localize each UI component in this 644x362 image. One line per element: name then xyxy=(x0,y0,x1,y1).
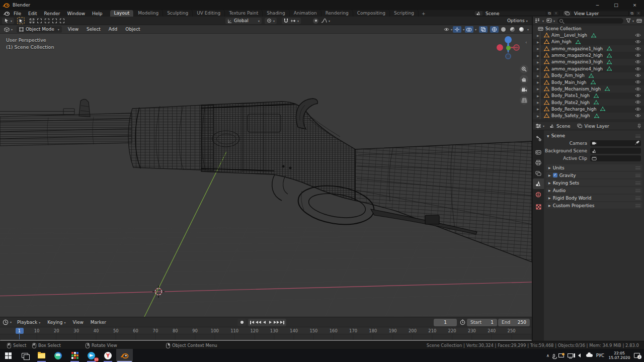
outliner-object-row[interactable]: ▶ ammo_magazine1_high xyxy=(533,45,644,52)
tab-world[interactable] xyxy=(533,189,544,200)
expand-arrow-icon[interactable]: ▶ xyxy=(537,54,539,57)
hide-eye-icon[interactable] xyxy=(635,100,641,105)
select-subtract-icon[interactable] xyxy=(45,19,49,23)
auto-keying-button[interactable] xyxy=(237,319,246,326)
hide-eye-icon[interactable] xyxy=(635,40,641,45)
maximize-button[interactable]: □ xyxy=(607,0,625,10)
unlink-scene-icon[interactable]: × xyxy=(552,11,559,16)
play-button[interactable] xyxy=(267,319,273,326)
new-scene-icon[interactable]: ⧉ xyxy=(546,11,552,16)
editor-type-button[interactable]: ▾ xyxy=(2,18,14,24)
select-set-icon[interactable] xyxy=(30,19,34,23)
crumb-view-layer[interactable]: View Layer xyxy=(584,124,609,129)
scene-icon[interactable] xyxy=(474,11,482,16)
select-extend-icon[interactable] xyxy=(37,19,42,23)
current-frame-indicator[interactable]: 1 xyxy=(16,328,24,334)
playhead-line[interactable] xyxy=(19,334,20,339)
workspace-tab[interactable]: Animation xyxy=(290,10,321,17)
outliner-search-input[interactable] xyxy=(557,18,623,24)
options-dropdown[interactable]: Options▾ xyxy=(507,18,528,23)
telegram-button[interactable]: 55 xyxy=(83,349,100,362)
file-explorer-button[interactable] xyxy=(33,349,50,362)
shading-material-icon[interactable] xyxy=(508,26,517,33)
add-workspace-button[interactable]: + xyxy=(419,11,429,16)
tab-tool[interactable] xyxy=(533,133,544,144)
notification-app-icon[interactable] xyxy=(558,353,564,357)
blender-taskbar-button[interactable] xyxy=(116,349,133,362)
object-type-visibility-icon[interactable]: ▾ xyxy=(444,26,452,33)
sidebar-toggle-icon[interactable]: ‹ xyxy=(525,40,527,45)
task-view-button[interactable] xyxy=(17,349,33,362)
hide-eye-icon[interactable] xyxy=(635,80,641,85)
workspace-tab[interactable]: Texture Paint xyxy=(225,10,263,17)
expand-arrow-icon[interactable]: ▶ xyxy=(537,101,539,104)
viewport-menu-item[interactable]: View xyxy=(64,27,83,32)
view-layer-selector[interactable]: View Layer ⧉ × xyxy=(562,11,642,16)
scene-name[interactable]: Scene xyxy=(482,11,546,16)
panel-header-row[interactable]: ▶ ✓ Keying Sets xyxy=(546,179,642,186)
select-intersect-icon[interactable] xyxy=(60,19,64,23)
show-overlays-icon[interactable] xyxy=(465,26,473,33)
start-button[interactable] xyxy=(0,349,17,362)
tray-chevron-icon[interactable]: ∧ xyxy=(546,353,549,358)
jump-to-start-button[interactable] xyxy=(249,319,255,326)
hide-eye-icon[interactable] xyxy=(635,73,641,78)
expand-arrow-icon[interactable]: ▶ xyxy=(537,87,539,90)
jump-to-end-button[interactable] xyxy=(279,319,285,326)
xray-toggle-icon[interactable] xyxy=(479,26,488,33)
timeline-menu-item[interactable]: View▾ xyxy=(69,320,87,325)
expand-arrow-icon[interactable]: ▶ xyxy=(537,74,539,77)
navigation-gizmo[interactable] xyxy=(497,36,520,59)
viewport-menu-item[interactable]: Add xyxy=(105,27,121,32)
language-indicator[interactable]: РУС xyxy=(596,353,604,358)
tweak-tool-button[interactable] xyxy=(17,17,25,24)
shading-solid-icon[interactable] xyxy=(499,26,508,33)
zoom-icon[interactable] xyxy=(520,65,528,73)
next-keyframe-button[interactable] xyxy=(273,319,279,326)
tab-render[interactable] xyxy=(533,147,544,157)
timeline-menu-item[interactable]: Keying▾ xyxy=(44,320,69,325)
hide-eye-icon[interactable] xyxy=(635,33,641,38)
onedrive-icon[interactable] xyxy=(586,354,593,357)
cube-app-button[interactable] xyxy=(66,349,83,362)
close-button[interactable]: × xyxy=(625,0,644,10)
properties-editor-icon[interactable] xyxy=(535,123,541,129)
menu-item[interactable]: Help xyxy=(89,11,106,16)
panel-header-row[interactable]: ▶ ✓ Custom Properties xyxy=(546,202,642,209)
hide-eye-icon[interactable] xyxy=(635,94,641,99)
mode-dropdown[interactable]: Object Mode ▾ xyxy=(17,26,62,33)
workspace-tab[interactable]: UV Editing xyxy=(193,10,225,17)
select-invert-icon[interactable] xyxy=(52,19,57,23)
view-layer-icon[interactable] xyxy=(563,11,571,16)
panel-header-row[interactable]: ▶ ✓ Rigid Body World xyxy=(546,195,642,201)
menu-item[interactable]: File xyxy=(10,11,25,16)
network-icon[interactable] xyxy=(568,353,573,357)
hide-eye-icon[interactable] xyxy=(635,107,641,112)
blender-menu-icon[interactable] xyxy=(3,11,10,16)
panel-header-row[interactable]: ▶ ✓ Gravity xyxy=(546,172,642,178)
view-layer-name[interactable]: View Layer xyxy=(571,11,628,16)
microphone-icon[interactable] xyxy=(553,354,555,357)
scene-panel-header[interactable]: ▼ Scene xyxy=(544,132,644,139)
perspective-toggle-icon[interactable] xyxy=(520,96,528,105)
timeline-editor-icon[interactable] xyxy=(3,319,9,325)
hide-eye-icon[interactable] xyxy=(635,67,641,72)
expand-arrow-icon[interactable]: ▶ xyxy=(537,40,539,44)
workspace-tab[interactable]: Layout xyxy=(110,10,134,17)
expand-arrow-icon[interactable]: ▶ xyxy=(537,94,539,98)
pan-hand-icon[interactable] xyxy=(520,75,528,83)
panel-header-row[interactable]: ▶ ✓ Audio xyxy=(546,187,642,194)
remove-view-layer-icon[interactable]: × xyxy=(635,11,641,16)
3d-viewport[interactable]: User Perspective (1) Scene Collection ‹ xyxy=(0,34,532,317)
current-frame-field[interactable]: 1 xyxy=(434,319,457,326)
frame-start-field[interactable]: Start1 xyxy=(467,319,497,326)
workspace-tab[interactable]: Modeling xyxy=(134,10,163,17)
outliner-object-row[interactable]: ▶ Body_Main_high xyxy=(533,79,644,85)
snap-controls[interactable]: ▾ xyxy=(282,18,301,24)
viewport-editor-type-button[interactable]: ▾ xyxy=(2,26,15,33)
filter-funnel-icon[interactable] xyxy=(626,18,631,23)
expand-arrow-icon[interactable]: ▶ xyxy=(537,107,539,111)
outliner-object-row[interactable]: ▶ Body_Recharge_high xyxy=(533,106,644,112)
outliner-object-row[interactable]: ▶ Body_Aim_high xyxy=(533,72,644,79)
speaker-icon[interactable] xyxy=(577,353,583,357)
